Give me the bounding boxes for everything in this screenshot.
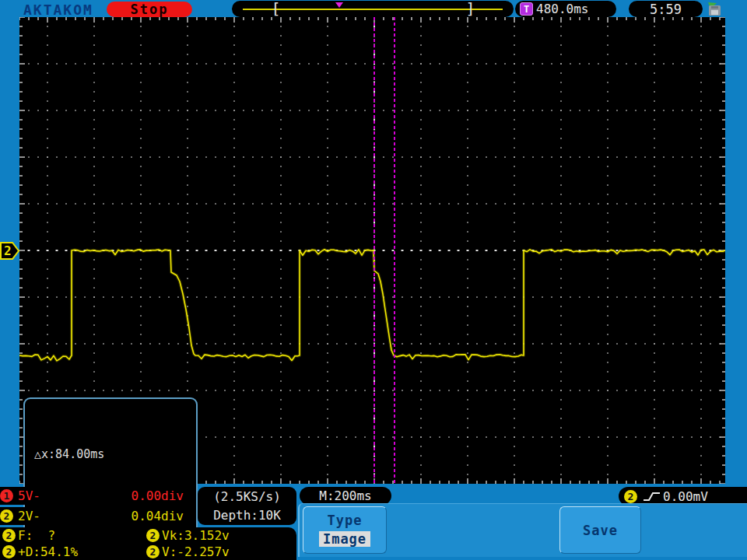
window-start-bracket: [ [271,0,280,17]
meas-label: Vk: [162,528,184,543]
save-button-label: Save [583,523,618,538]
meas-ch-badge: 2 [146,545,160,558]
record-length-line [243,9,503,10]
memory-position-bar: [ ] [232,1,514,17]
oscilloscope-screen: AKTAKOM Stop [ ] T 480.0ms 5:59 2 △x:84.… [0,0,747,560]
trigger-position-marker-icon [335,2,343,8]
trigger-time-badge: T 480.0ms [515,1,616,17]
measurement-voltage: 2 V: -2.257v [146,544,296,559]
meas-value: 54.1% [40,544,78,559]
ch1-status-bar: 1 5V- 0.00div [0,487,195,505]
meas-label: F: [18,528,33,543]
meas-value: 3.152v [184,528,230,543]
ch2-position-marker: 2 [0,242,20,260]
brand-label: AKTAKOM [23,2,93,18]
trigger-time-value: 480.0ms [536,2,588,16]
meas-value: -2.257v [177,544,229,559]
meas-ch-badge: 2 [2,529,16,542]
ch2-scale: 2V- [18,509,40,523]
meas-label: V: [162,544,177,559]
ch1-badge: 1 [0,489,13,502]
meas-value: ? [33,528,55,543]
trigger-t-icon: T [520,2,533,16]
meas-ch-badge: 2 [2,545,16,558]
timebase-badge: M:200ms [300,487,391,505]
window-end-bracket: ] [466,0,475,17]
acquisition-status-box: (2.5KS/s) Depth:10K [198,487,296,525]
measurements-panel: 2 F: ? 2 Vk: 3.152v 2 +D: 54.1% 2 V: -2.… [0,527,296,560]
sample-rate: (2.5KS/s) [213,489,281,504]
storage-disk-icon [705,2,724,16]
type-button-label: Type [328,513,363,528]
ch2-offset: 0.04div [132,509,184,523]
measurement-duty: 2 +D: 54.1% [2,544,146,559]
save-button[interactable]: Save [559,506,641,554]
ch2-position-marker-label: 2 [4,243,12,258]
type-button[interactable]: Type Image [303,506,387,554]
meas-ch-badge: 2 [146,529,160,542]
run-state-badge[interactable]: Stop [107,2,192,17]
measurement-frequency: 2 F: ? [2,528,146,543]
meas-label: +D: [18,544,40,559]
ch2-badge: 2 [0,509,13,523]
measurement-vk: 2 Vk: 3.152v [146,528,296,543]
ch1-offset: 0.00div [132,488,184,503]
type-selected-value: Image [319,531,370,547]
rising-edge-icon [643,491,661,502]
trigger-level: 0.00mV [663,489,708,504]
cursor-delta-x: △x:84.00ms [34,444,196,464]
memory-depth: Depth:10K [213,508,281,523]
ch2-status-bar: 2 2V- 0.04div [0,507,195,525]
ch1-scale: 5V- [18,488,40,503]
trigger-source-badge: 2 [624,490,637,503]
clock-badge: 5:59 [629,1,703,17]
